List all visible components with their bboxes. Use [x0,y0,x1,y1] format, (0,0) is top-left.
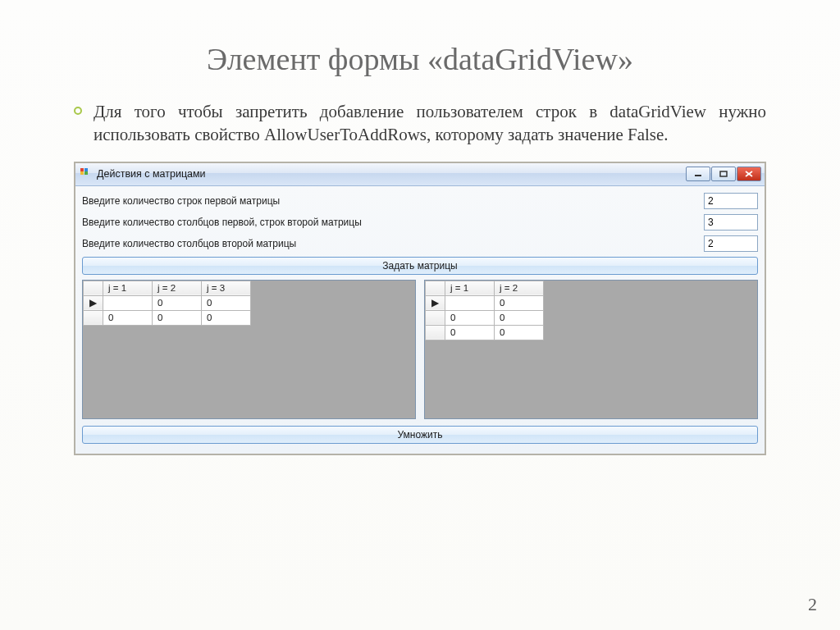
input-rows1[interactable] [704,193,758,209]
app-icon [80,168,92,180]
close-icon [745,171,753,177]
input-row-rows1: Введите количество строк первой матрицы [82,193,758,209]
column-header[interactable]: j = 3 [202,281,251,295]
grid-cell[interactable]: 0 [445,295,495,310]
minimize-icon [694,171,702,177]
maximize-button[interactable] [711,167,736,181]
column-header[interactable]: j = 1 [103,281,153,295]
screenshot-window: Действия с матрицами Введите количество … [74,162,766,455]
grid-cell[interactable]: 0 [153,310,202,325]
set-matrices-button[interactable]: Задать матрицы [82,257,758,275]
window-client: Введите количество строк первой матрицы … [75,186,765,454]
grid-cell[interactable]: 0 [445,325,495,340]
column-header[interactable]: j = 2 [153,281,202,295]
grid-cell[interactable]: 0 [495,295,544,310]
datagridview-2[interactable]: j = 1j = 2▶000000 [424,280,758,419]
grid-cell[interactable]: 0 [103,295,153,310]
label-cols1rows2: Введите количество столбцов первой, стро… [82,217,704,228]
grid-cell[interactable]: 0 [153,295,202,310]
row-header[interactable]: ▶ [426,295,445,310]
grid-cell[interactable]: 0 [495,325,544,340]
svg-rect-1 [720,171,727,176]
grid-cell[interactable]: 0 [202,310,251,325]
label-rows1: Введите количество строк первой матрицы [82,195,704,207]
row-header[interactable]: ▶ [84,295,103,310]
minimize-button[interactable] [686,167,710,181]
datagridview-1[interactable]: j = 1j = 2j = 3▶000000 [82,280,416,419]
window-titlebar: Действия с матрицами [75,163,765,186]
label-cols2: Введите количество столбцов второй матри… [82,238,704,249]
grid-cell[interactable]: 0 [202,295,251,310]
grid-cell[interactable]: 0 [103,310,153,325]
table-row[interactable]: 00 [426,310,544,325]
input-cols2[interactable] [704,235,758,252]
table-row[interactable]: ▶000 [84,295,251,310]
row-header[interactable] [84,310,103,325]
column-header[interactable]: j = 1 [445,281,495,295]
bullet-text: Для того чтобы запретить добавление поль… [94,100,766,147]
input-row-cols1rows2: Введите количество столбцов первой, стро… [82,214,758,231]
grid-corner [84,281,103,295]
row-header[interactable] [426,325,445,340]
table-row[interactable]: ▶00 [426,295,544,310]
window-title: Действия с матрицами [97,168,206,180]
slide-title: Элемент формы «dataGridView» [57,41,783,77]
table-row[interactable]: 00 [426,325,544,340]
bullet-marker-icon [74,107,82,115]
close-button[interactable] [737,167,761,181]
grid-cell[interactable]: 0 [495,310,544,325]
column-header[interactable]: j = 2 [495,281,544,295]
table-row[interactable]: 000 [84,310,251,325]
grid-cell[interactable]: 0 [445,310,495,325]
input-cols1rows2[interactable] [704,214,758,231]
bullet-item: Для того чтобы запретить добавление поль… [74,100,766,147]
input-row-cols2: Введите количество столбцов второй матри… [82,235,758,252]
page-number: 2 [808,594,817,615]
multiply-button[interactable]: Умножить [82,426,758,444]
maximize-icon [719,171,728,177]
grid-corner [426,281,445,295]
row-header[interactable] [426,310,445,325]
